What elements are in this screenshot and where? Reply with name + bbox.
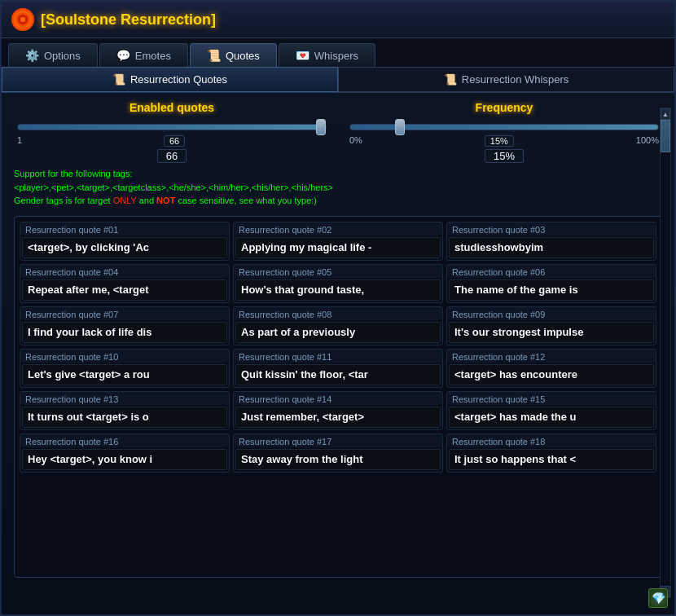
quotes-row-4: Resurrection quote #10Let's give <target… [20, 349, 656, 388]
bottom-icon[interactable]: 💎 [648, 588, 668, 608]
quote-number: Resurrection quote #06 [447, 265, 656, 278]
quote-text: studiesshowbyim [449, 237, 654, 258]
quote-text: Hey <target>, you know i [22, 449, 227, 470]
quote-number: Resurrection quote #12 [447, 350, 656, 363]
enabled-quotes-slider-group: Enabled quotes 1 66 66 [14, 101, 330, 162]
quote-number: Resurrection quote #10 [20, 350, 229, 363]
quote-item[interactable]: Resurrection quote #13It turns out <targ… [20, 391, 230, 430]
quote-text: I find your lack of life dis [22, 322, 227, 343]
tab-options-label: Options [44, 50, 81, 62]
quote-text: How's that ground taste, [235, 279, 441, 301]
quote-item[interactable]: Resurrection quote #14Just remember, <ta… [233, 391, 443, 430]
quote-number: Resurrection quote #01 [20, 222, 229, 235]
quote-text: <target> has made the u [449, 407, 654, 428]
tab-whispers-label: Whispers [314, 50, 358, 62]
quote-item[interactable]: Resurrection quote #10Let's give <target… [20, 349, 230, 388]
quote-item[interactable]: Resurrection quote #03studiesshowbyim [446, 222, 656, 261]
quote-number: Resurrection quote #09 [447, 307, 656, 320]
scroll-thumb[interactable] [661, 120, 670, 152]
subtab-resurrection-quotes-label: Resurrection Quotes [130, 73, 227, 86]
enabled-quotes-value: 66 [157, 149, 187, 163]
quote-number: Resurrection quote #15 [447, 392, 656, 405]
scrollbar[interactable]: ▲ ▼ [660, 108, 671, 598]
tab-options[interactable]: ⚙️ Options [8, 43, 98, 67]
quote-text: It just so happens that < [449, 449, 654, 470]
main-tabs: ⚙️ Options 💬 Emotes 📜 Quotes 💌 Whispers [2, 38, 674, 67]
frequency-current-top: 15% [485, 135, 514, 147]
quote-text: Repeat after me, <target [22, 279, 227, 301]
quote-number: Resurrection quote #17 [234, 434, 442, 447]
quotes-grid: Resurrection quote #01<target>, by click… [20, 222, 656, 572]
tab-emotes[interactable]: 💬 Emotes [99, 43, 188, 67]
quote-item[interactable]: Resurrection quote #15<target> has made … [446, 391, 656, 430]
quote-item[interactable]: Resurrection quote #01<target>, by click… [20, 222, 230, 261]
quote-item[interactable]: Resurrection quote #07I find your lack o… [20, 306, 230, 345]
quote-number: Resurrection quote #14 [234, 392, 442, 405]
content-area: Enabled quotes 1 66 66 Frequency [2, 93, 674, 586]
frequency-max: 100% [636, 135, 659, 147]
subtab-resurrection-quotes[interactable]: 📜 Resurrection Quotes [2, 67, 338, 92]
subtabs: 📜 Resurrection Quotes 📜 Resurrection Whi… [2, 67, 674, 93]
quote-text: <target>, by clicking 'Ac [22, 237, 227, 258]
quote-text: Applying my magical life - [235, 237, 441, 258]
quote-text: It turns out <target> is o [22, 407, 227, 428]
quote-item[interactable]: Resurrection quote #16Hey <target>, you … [20, 433, 230, 473]
enabled-quotes-slider[interactable] [17, 124, 327, 130]
quote-text: Quit kissin' the floor, <tar [235, 364, 441, 385]
quote-text: Let's give <target> a rou [22, 364, 227, 385]
quote-number: Resurrection quote #13 [20, 392, 229, 405]
quote-text: It's our strongest impulse [449, 322, 654, 343]
quote-item[interactable]: Resurrection quote #18It just so happens… [446, 433, 656, 473]
quote-number: Resurrection quote #08 [234, 307, 442, 320]
window-icon [11, 8, 34, 31]
frequency-min: 0% [349, 135, 362, 147]
quote-item[interactable]: Resurrection quote #12<target> has encou… [446, 349, 656, 388]
quote-item[interactable]: Resurrection quote #11Quit kissin' the f… [233, 349, 443, 388]
title-bar: [Soulstone Resurrection] [2, 2, 674, 38]
quote-item[interactable]: Resurrection quote #09It's our strongest… [446, 306, 656, 345]
frequency-slider[interactable] [349, 124, 659, 130]
quote-number: Resurrection quote #04 [20, 265, 229, 278]
quote-item[interactable]: Resurrection quote #08As part of a previ… [233, 306, 443, 345]
options-icon: ⚙️ [25, 49, 39, 62]
scroll-up-button[interactable]: ▲ [661, 108, 670, 120]
quote-number: Resurrection quote #18 [447, 434, 656, 447]
enabled-quotes-label: Enabled quotes [14, 101, 330, 114]
quotes-row-5: Resurrection quote #13It turns out <targ… [20, 391, 656, 430]
quote-number: Resurrection quote #02 [234, 222, 442, 235]
quote-item[interactable]: Resurrection quote #17Stay away from the… [233, 433, 443, 473]
quote-number: Resurrection quote #16 [20, 434, 229, 447]
frequency-value: 15% [485, 149, 524, 163]
subtab-resurrection-whispers[interactable]: 📜 Resurrection Whispers [338, 67, 674, 92]
quotes-icon: 📜 [207, 49, 221, 62]
tags-line2: <player>,<pet>,<target>,<targetclass>,<h… [14, 181, 662, 195]
tab-quotes[interactable]: 📜 Quotes [190, 43, 277, 67]
quote-text: The name of the game is [449, 279, 654, 301]
quote-item[interactable]: Resurrection quote #06The name of the ga… [446, 264, 656, 303]
quote-item[interactable]: Resurrection quote #04Repeat after me, <… [20, 264, 230, 303]
subtab-resurrection-whispers-label: Resurrection Whispers [462, 73, 569, 86]
quotes-row-1: Resurrection quote #01<target>, by click… [20, 222, 656, 261]
enabled-quotes-current-top: 66 [164, 135, 185, 147]
tags-line3: Gender tags is for target ONLY and NOT c… [14, 194, 662, 208]
quotes-row-6: Resurrection quote #16Hey <target>, you … [20, 433, 656, 473]
quote-number: Resurrection quote #05 [234, 265, 442, 278]
quote-text: <target> has encountere [449, 364, 654, 385]
frequency-label: Frequency [346, 101, 662, 114]
emotes-icon: 💬 [116, 49, 130, 62]
quote-item[interactable]: Resurrection quote #05How's that ground … [233, 264, 443, 303]
quotes-row-3: Resurrection quote #07I find your lack o… [20, 306, 656, 345]
frequency-slider-group: Frequency 0% 15% 100% 15% [346, 101, 662, 162]
quotes-row-2: Resurrection quote #04Repeat after me, <… [20, 264, 656, 303]
quote-text: Just remember, <target> [235, 407, 441, 428]
whispers-icon: 💌 [296, 49, 309, 62]
quote-text: Stay away from the light [235, 449, 441, 470]
quote-number: Resurrection quote #07 [20, 307, 229, 320]
tab-whispers[interactable]: 💌 Whispers [279, 43, 375, 67]
resurrection-quotes-icon: 📜 [112, 73, 125, 86]
quote-item[interactable]: Resurrection quote #02Applying my magica… [233, 222, 443, 261]
resurrection-whispers-icon: 📜 [444, 73, 457, 86]
quotes-grid-outer: Resurrection quote #01<target>, by click… [14, 216, 662, 578]
not-text: NOT [156, 196, 175, 205]
tab-emotes-label: Emotes [135, 50, 171, 62]
